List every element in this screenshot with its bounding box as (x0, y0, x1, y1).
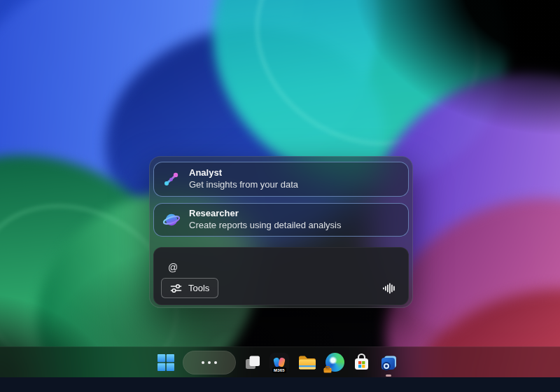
outlook-button[interactable] (379, 353, 398, 372)
file-explorer-button[interactable] (297, 354, 318, 372)
m365-copilot-icon: M365 (270, 353, 289, 372)
outlook-icon (379, 353, 398, 372)
file-explorer-icon (297, 354, 318, 372)
agent-card-analyst[interactable]: Analyst Get insights from your data (153, 162, 409, 197)
composer-toolbar: Tools (161, 278, 397, 298)
agent-title: Researcher (189, 208, 342, 220)
task-view-button[interactable] (244, 354, 262, 372)
agent-card-text: Analyst Get insights from your data (189, 167, 298, 191)
analyst-trend-icon (162, 170, 181, 188)
agent-subtitle: Create reports using detailed analysis (189, 220, 342, 232)
taskbar: M365 (0, 346, 560, 377)
researcher-planet-icon (162, 211, 181, 229)
sliders-icon (170, 284, 182, 293)
task-view-icon (244, 354, 262, 372)
search-pill[interactable] (183, 351, 236, 374)
windows-start-icon (157, 354, 175, 372)
start-button[interactable] (157, 354, 175, 372)
edge-icon (326, 353, 344, 372)
edge-button[interactable] (326, 353, 344, 372)
microsoft-store-button[interactable] (352, 353, 371, 372)
taskbar-items: M365 (157, 347, 398, 377)
tools-button[interactable]: Tools (161, 278, 218, 298)
screen-bottom-strip (0, 377, 560, 392)
copilot-flyout: Analyst Get insights from your data (149, 156, 413, 308)
mention-at-text: @ (168, 262, 178, 273)
edge-briefcase-badge (323, 366, 332, 373)
m365-badge: M365 (272, 368, 286, 373)
outlook-running-indicator (386, 374, 391, 377)
voice-waveform-icon[interactable] (382, 281, 397, 296)
agent-card-text: Researcher Create reports using detailed… (189, 208, 342, 232)
ellipsis-icon (202, 361, 217, 364)
desktop: Analyst Get insights from your data (0, 0, 560, 392)
copilot-input-box[interactable]: @ Tools (153, 247, 409, 305)
m365-copilot-button[interactable]: M365 (270, 353, 289, 372)
microsoft-store-icon (352, 353, 371, 372)
agent-card-researcher[interactable]: Researcher Create reports using detailed… (153, 203, 409, 237)
tools-button-label: Tools (188, 283, 209, 293)
agent-subtitle: Get insights from your data (189, 179, 298, 191)
agent-title: Analyst (189, 167, 298, 179)
